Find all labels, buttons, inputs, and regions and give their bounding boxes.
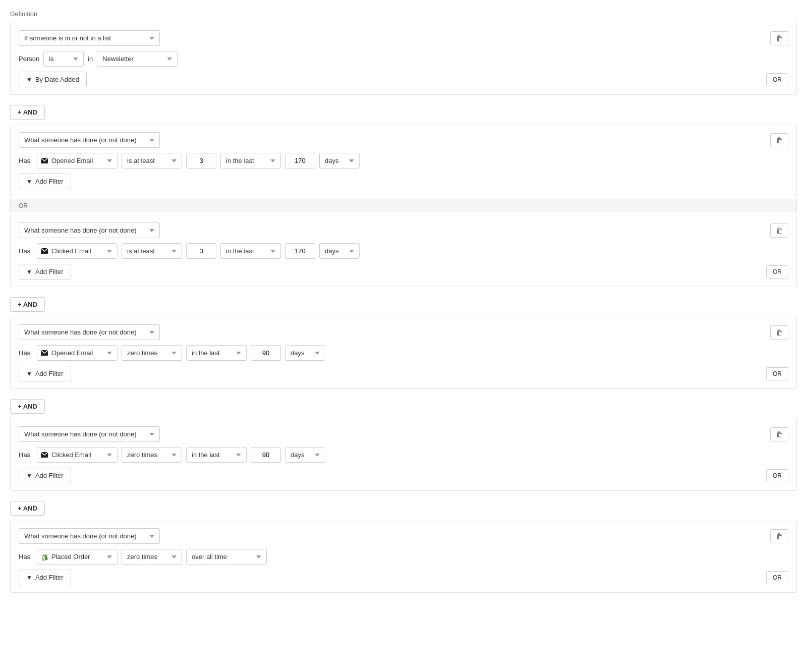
has-label-4: Has [19, 451, 33, 459]
add-filter-btn-5[interactable]: ▼ Add Filter [19, 570, 71, 585]
add-filter-btn-2b[interactable]: ▼ Add Filter [19, 264, 71, 279]
time-condition-select-2a[interactable]: in the last [220, 153, 281, 169]
filter-icon-3: ▼ [26, 370, 32, 377]
event-select-3[interactable]: Opened Email [37, 345, 118, 361]
time-value-input-2a[interactable] [285, 153, 315, 169]
delete-btn-4[interactable]: 🗑 [770, 427, 788, 441]
filter-icon-1: ▼ [26, 76, 32, 83]
main-select-5[interactable]: What someone has done (or not done) [19, 528, 160, 544]
in-label: in [88, 55, 93, 63]
event-select-2b[interactable]: Clicked Email [37, 243, 118, 259]
delete-btn-3[interactable]: 🗑 [770, 325, 788, 340]
time-value-input-4[interactable] [251, 447, 281, 463]
condition-block-2: What someone has done (or not done) 🗑 Ha… [10, 125, 797, 287]
section-title: Definition [10, 10, 797, 18]
condition-block-1: If someone is in or not in a list 🗑 Pers… [10, 23, 797, 95]
time-condition-select-3[interactable]: in the last [186, 345, 247, 361]
condition-select-3[interactable]: zero times [122, 345, 182, 361]
delete-btn-5[interactable]: 🗑 [770, 529, 788, 543]
condition-select-2b[interactable]: is at least [122, 243, 182, 259]
condition-select-4[interactable]: zero times [122, 447, 182, 463]
time-value-input-3[interactable] [251, 345, 281, 361]
filter-icon-5: ▼ [26, 574, 32, 581]
is-select-1[interactable]: is [43, 51, 84, 67]
time-unit-select-4[interactable]: days [285, 447, 325, 463]
add-filter-btn-3[interactable]: ▼ Add Filter [19, 366, 71, 381]
filter-icon-4: ▼ [26, 472, 32, 479]
or-btn-1[interactable]: OR [766, 73, 788, 86]
condition-block-3: What someone has done (or not done) 🗑 Ha… [10, 317, 797, 389]
event-select-4[interactable]: Clicked Email [37, 447, 118, 463]
time-unit-select-2b[interactable]: days [319, 243, 360, 259]
condition-select-5[interactable]: zero times [122, 549, 182, 565]
and-btn-2[interactable]: + AND [10, 297, 45, 312]
add-filter-btn-2a[interactable]: ▼ Add Filter [19, 174, 71, 189]
or-btn-3[interactable]: OR [766, 367, 788, 380]
condition-block-5: What someone has done (or not done) 🗑 Ha… [10, 521, 797, 593]
or-label-2: OR [19, 202, 28, 209]
time-condition-select-4[interactable]: in the last [186, 447, 247, 463]
main-select-2b[interactable]: What someone has done (or not done) [19, 222, 160, 238]
and-btn-3[interactable]: + AND [10, 399, 45, 414]
time-condition-select-2b[interactable]: in the last [220, 243, 281, 259]
main-select-4[interactable]: What someone has done (or not done) [19, 426, 160, 442]
main-select-2a[interactable]: What someone has done (or not done) [19, 132, 160, 148]
condition-select-2a[interactable]: is at least [122, 153, 182, 169]
add-filter-btn-4[interactable]: ▼ Add Filter [19, 468, 71, 483]
or-btn-2[interactable]: OR [766, 265, 788, 278]
value-input-2b[interactable] [186, 243, 216, 259]
event-select-2a[interactable]: Opened Email [37, 153, 118, 169]
list-select-1[interactable]: Newsletter [97, 51, 178, 67]
filter-icon-2b: ▼ [26, 268, 32, 275]
time-unit-select-3[interactable]: days [285, 345, 325, 361]
main-select-3[interactable]: What someone has done (or not done) [19, 324, 160, 340]
and-btn-1[interactable]: + AND [10, 105, 45, 120]
delete-btn-1[interactable]: 🗑 [770, 31, 788, 45]
filter-icon-2a: ▼ [26, 178, 32, 185]
has-label-2b: Has [19, 247, 33, 255]
time-value-input-2b[interactable] [285, 243, 315, 259]
delete-btn-2a[interactable]: 🗑 [770, 133, 788, 147]
by-date-added-btn[interactable]: ▼ By Date Added [19, 72, 87, 87]
time-condition-select-5[interactable]: over all time [186, 549, 267, 565]
event-select-5[interactable]: Placed Order [37, 549, 118, 565]
value-input-2a[interactable] [186, 153, 216, 169]
time-unit-select-2a[interactable]: days [319, 153, 360, 169]
has-label-2a: Has [19, 157, 33, 164]
delete-btn-2b[interactable]: 🗑 [770, 223, 788, 238]
main-select-1[interactable]: If someone is in or not in a list [19, 30, 160, 46]
has-label-3: Has [19, 349, 33, 357]
or-btn-5[interactable]: OR [766, 571, 788, 584]
or-btn-4[interactable]: OR [766, 469, 788, 482]
person-label: Person [19, 55, 39, 63]
condition-block-4: What someone has done (or not done) 🗑 Ha… [10, 419, 797, 491]
has-label-5: Has [19, 553, 33, 561]
and-btn-4[interactable]: + AND [10, 501, 45, 516]
